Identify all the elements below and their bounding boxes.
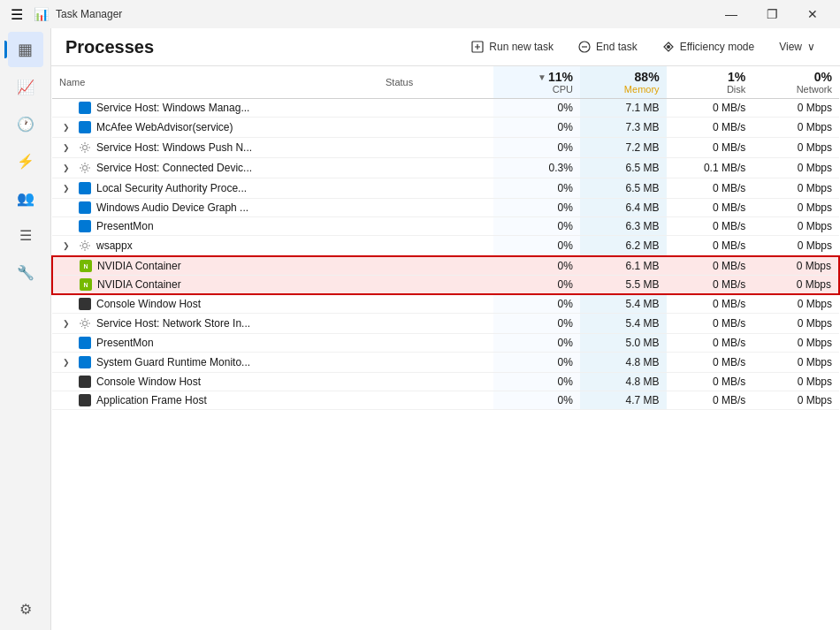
col-header-name[interactable]: Name (52, 66, 378, 99)
expand-button[interactable]: ❯ (59, 316, 73, 330)
maximize-button[interactable]: ❐ (752, 0, 792, 28)
network-percent: 0% (760, 70, 832, 84)
process-memory: 6.5 MB (580, 178, 667, 199)
process-name: Windows Audio Device Graph ... (96, 201, 248, 214)
process-disk: 0.1 MB/s (667, 158, 753, 178)
process-table-container[interactable]: Name Status ▼ 11% CPU (51, 66, 840, 630)
col-header-memory[interactable]: 88% Memory (580, 66, 667, 99)
process-status (378, 314, 493, 334)
col-header-network[interactable]: 0% Network (752, 66, 839, 99)
toolbar: Processes Run new task End task (51, 28, 840, 66)
process-network: 0 Mbps (752, 158, 839, 178)
process-name: wsappx (96, 239, 133, 252)
efficiency-mode-icon (662, 41, 675, 53)
process-memory: 6.1 MB (580, 256, 667, 276)
col-header-cpu[interactable]: ▼ 11% CPU (493, 66, 580, 99)
table-row[interactable]: ❯Service Host: Connected Devic...0.3%6.5… (52, 158, 839, 178)
process-network: 0 Mbps (752, 391, 839, 410)
performance-icon: 📈 (17, 79, 34, 95)
process-name-cell: ❯Local Security Authority Proce... (52, 178, 378, 199)
process-icon (79, 162, 91, 174)
run-new-task-button[interactable]: Run new task (461, 35, 564, 58)
active-indicator (4, 41, 7, 58)
process-network: 0 Mbps (752, 276, 839, 295)
process-disk: 0 MB/s (667, 236, 753, 257)
view-button[interactable]: View ∨ (768, 35, 826, 58)
process-status (378, 118, 493, 138)
process-icon (79, 317, 91, 330)
window-controls: — ❐ ✕ (711, 0, 833, 28)
table-row[interactable]: PresentMon0%6.3 MB0 MB/s0 Mbps (52, 217, 839, 236)
process-network: 0 Mbps (752, 314, 839, 334)
memory-percent: 88% (587, 70, 660, 84)
process-icon (79, 141, 91, 154)
process-name-cell: NNVIDIA Container (52, 256, 378, 276)
sidebar-item-performance[interactable]: 📈 (8, 69, 43, 104)
expand-button[interactable]: ❯ (59, 355, 73, 369)
expand-button[interactable]: ❯ (59, 181, 73, 195)
cpu-label: CPU (500, 84, 573, 95)
process-disk: 0 MB/s (667, 294, 753, 314)
col-header-disk[interactable]: 1% Disk (667, 66, 753, 99)
process-icon (79, 394, 91, 406)
table-row[interactable]: NNVIDIA Container0%5.5 MB0 MB/s0 Mbps (52, 276, 839, 295)
sidebar-item-startup[interactable]: ⚡ (8, 143, 43, 178)
expand-button[interactable]: ❯ (59, 161, 73, 175)
table-row[interactable]: Console Window Host0%5.4 MB0 MB/s0 Mbps (52, 294, 839, 314)
process-status (378, 236, 493, 257)
process-icon (79, 102, 91, 114)
process-cpu: 0% (493, 373, 580, 391)
table-row[interactable]: Windows Audio Device Graph ...0%6.4 MB0 … (52, 199, 839, 217)
sidebar-item-details[interactable]: ☰ (8, 217, 43, 253)
process-name-cell: ❯Service Host: Connected Devic... (52, 158, 378, 178)
process-memory: 6.4 MB (580, 199, 667, 217)
expand-button[interactable]: ❯ (59, 239, 73, 253)
process-network: 0 Mbps (752, 178, 839, 199)
svg-point-6 (83, 322, 88, 326)
process-name: PresentMon (96, 337, 154, 349)
run-new-task-icon (471, 41, 484, 53)
expand-button[interactable]: ❯ (59, 120, 73, 134)
table-row[interactable]: Service Host: Windows Manag...0%7.1 MB0 … (52, 99, 839, 118)
process-status (378, 373, 493, 391)
process-status (378, 276, 493, 295)
sidebar-item-app-history[interactable]: 🕐 (8, 106, 43, 141)
sidebar-item-settings[interactable]: ⚙ (8, 591, 43, 626)
close-button[interactable]: ✕ (792, 0, 833, 28)
table-row[interactable]: Console Window Host0%4.8 MB0 MB/s0 Mbps (52, 373, 839, 391)
page-title: Processes (65, 37, 457, 57)
process-icon: N (80, 278, 92, 291)
sidebar-item-services[interactable]: 🔧 (8, 254, 43, 290)
efficiency-mode-button[interactable]: Efficiency mode (652, 35, 766, 58)
process-status (378, 353, 493, 373)
expand-button[interactable]: ❯ (59, 140, 73, 155)
table-row[interactable]: ❯Service Host: Network Store In...0%5.4 … (52, 314, 839, 334)
process-disk: 0 MB/s (667, 373, 753, 391)
svg-point-5 (83, 244, 88, 248)
sidebar-item-processes[interactable]: ▦ (8, 32, 43, 67)
process-status (378, 99, 493, 118)
svg-point-2 (667, 45, 670, 49)
process-memory: 6.2 MB (580, 236, 667, 257)
sidebar: ▦ 📈 🕐 ⚡ 👥 ☰ 🔧 ⚙ (0, 28, 51, 630)
end-task-button[interactable]: End task (568, 35, 648, 58)
table-row[interactable]: NNVIDIA Container0%6.1 MB0 MB/s0 Mbps (52, 256, 839, 276)
process-network: 0 Mbps (752, 353, 839, 373)
table-row[interactable]: ❯Local Security Authority Proce...0%6.5 … (52, 178, 839, 199)
app-title: Task Manager (56, 8, 122, 20)
minimize-button[interactable]: — (711, 0, 752, 28)
table-row[interactable]: ❯wsappx0%6.2 MB0 MB/s0 Mbps (52, 236, 839, 257)
table-row[interactable]: Application Frame Host0%4.7 MB0 MB/s0 Mb… (52, 391, 839, 410)
hamburger-menu-icon[interactable]: ☰ (7, 6, 27, 23)
sidebar-item-users[interactable]: 👥 (8, 180, 43, 216)
process-network: 0 Mbps (752, 138, 839, 158)
table-row[interactable]: PresentMon0%5.0 MB0 MB/s0 Mbps (52, 334, 839, 353)
table-row[interactable]: ❯McAfee WebAdvisor(service)0%7.3 MB0 MB/… (52, 118, 839, 138)
process-name: NVIDIA Container (97, 260, 181, 272)
process-name-cell: ❯Service Host: Network Store In... (52, 314, 378, 334)
table-row[interactable]: ❯Service Host: Windows Push N...0%7.2 MB… (52, 138, 839, 158)
table-row[interactable]: ❯System Guard Runtime Monito...0%4.8 MB0… (52, 353, 839, 373)
process-memory: 4.8 MB (580, 353, 667, 373)
process-status (378, 391, 493, 410)
col-header-status[interactable]: Status (378, 66, 493, 99)
